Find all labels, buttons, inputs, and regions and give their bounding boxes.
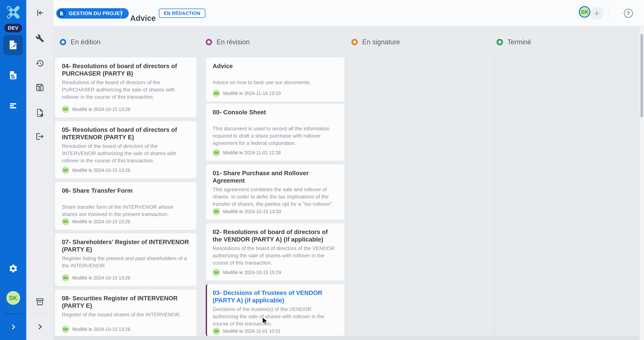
card-modified-label: Modifié le 2024-10-15 13:33 bbox=[223, 209, 281, 214]
status-circle-icon bbox=[352, 39, 358, 45]
card-title: 07- Shareholders' Register of INTERVENOR… bbox=[62, 238, 190, 255]
avatar: SK bbox=[62, 274, 69, 282]
kanban-board: En édition 04- Resolutions of board of d… bbox=[53, 26, 644, 340]
horizontal-scrollbar-track[interactable] bbox=[53, 336, 640, 340]
sidebar-divider bbox=[4, 314, 22, 314]
add-user-button[interactable]: + bbox=[590, 6, 604, 20]
kanban-card[interactable]: 08- Securities Register of INTERVENOR (P… bbox=[55, 290, 196, 338]
rail-expand-button[interactable] bbox=[26, 323, 53, 331]
kanban-card[interactable]: 06- Share Transfer FormShare transfer fo… bbox=[55, 182, 196, 230]
card-title: 00- Console Sheet bbox=[212, 109, 338, 125]
column-termine: Terminé bbox=[496, 26, 635, 340]
card-title: 06- Share Transfer Form bbox=[62, 187, 190, 203]
document-edit-icon bbox=[8, 39, 18, 51]
kanban-card[interactable]: 02- Resolutions of board of directors of… bbox=[206, 223, 344, 281]
kanban-card[interactable]: 07- Shareholders' Register of INTERVENOR… bbox=[55, 233, 196, 286]
avatar: SK bbox=[62, 166, 69, 174]
history-icon bbox=[36, 59, 44, 68]
card-modified-label: Modifié le 2024-10-15 13:26 bbox=[72, 327, 130, 332]
sidebar-item-documents-edit[interactable] bbox=[3, 35, 23, 55]
card-footer: SKModifié le 2024-10-15 13:26 bbox=[62, 326, 190, 333]
kanban-card[interactable]: 01- Share Purchase and Rollover Agreemen… bbox=[206, 164, 344, 220]
card-title: 01- Share Purchase and Rollover Agreemen… bbox=[212, 169, 338, 186]
status-circle-icon bbox=[206, 39, 212, 45]
card-footer: SKModifié le 2024-10-15 13:26 bbox=[62, 218, 190, 225]
chevron-right-icon bbox=[10, 324, 16, 331]
mouse-cursor-icon bbox=[262, 317, 269, 326]
project-badge-label: GESTION DU PROJET bbox=[69, 10, 123, 16]
cards-list bbox=[496, 57, 635, 340]
column-header: En édition bbox=[60, 38, 100, 46]
project-badge[interactable]: GESTION DU PROJET bbox=[56, 8, 129, 19]
vertical-scrollbar-track[interactable] bbox=[640, 26, 644, 340]
document-report-icon bbox=[36, 109, 44, 118]
card-footer: SKModifié le 2024-10-15 13:26 bbox=[62, 274, 190, 282]
card-modified-label: Modifié le 2024-10-15 13:26 bbox=[72, 107, 130, 112]
column-en-revision: En révision AdviceAdvice on how to best … bbox=[206, 26, 344, 340]
user-avatar[interactable]: SK bbox=[579, 6, 590, 18]
env-badge: DEV bbox=[4, 24, 22, 32]
column-divider bbox=[494, 55, 494, 336]
save-button[interactable] bbox=[26, 83, 53, 92]
sidebar-user-avatar[interactable]: SK bbox=[6, 291, 20, 305]
save-icon bbox=[36, 83, 44, 92]
card-modified-label: Modifié le 2024-10-15 15:29 bbox=[223, 270, 281, 275]
card-modified-label: Modifié le 2024-11-01 12:28 bbox=[223, 150, 281, 155]
gear-icon bbox=[8, 264, 18, 274]
column-en-signature: En signature bbox=[352, 26, 490, 340]
help-button[interactable]: ? bbox=[624, 9, 633, 18]
project-edit-icon bbox=[58, 9, 66, 17]
kanban-card[interactable]: 00- Console SheetThis document is used t… bbox=[206, 103, 344, 161]
sidebar-item-settings[interactable] bbox=[0, 264, 26, 274]
column-en-edition: En édition 04- Resolutions of board of d… bbox=[55, 26, 196, 340]
card-footer: SKModifié le 2024-11-01 10:01 bbox=[212, 328, 338, 335]
vertical-scrollbar-thumb[interactable] bbox=[640, 34, 643, 117]
card-modified-label: Modifié le 2024-10-15 13:26 bbox=[72, 168, 130, 173]
card-description: Register of the issued shares of the INT… bbox=[62, 311, 190, 318]
kanban-card[interactable]: 04- Resolutions of board of directors of… bbox=[55, 57, 196, 118]
card-modified-label: Modifié le 2024-11-14 13:10 bbox=[223, 91, 281, 96]
card-modified-label: Modifié le 2024-11-01 10:01 bbox=[223, 329, 281, 334]
column-header: En signature bbox=[352, 38, 400, 46]
card-footer: SKModifié le 2024-10-15 13:33 bbox=[212, 208, 338, 215]
card-title: 05- Resolutions of board of directors of… bbox=[62, 126, 190, 142]
sidebar-expand-button[interactable] bbox=[0, 324, 26, 331]
cards-list: 04- Resolutions of board of directors of… bbox=[55, 57, 196, 340]
status-circle-icon bbox=[60, 39, 66, 45]
kanban-card[interactable]: 05- Resolutions of board of directors of… bbox=[55, 121, 196, 179]
column-label: En édition bbox=[70, 38, 100, 46]
avatar: SK bbox=[62, 106, 69, 113]
column-label: En signature bbox=[362, 38, 400, 46]
sidebar-item-documents[interactable] bbox=[0, 70, 26, 81]
card-description: Advice on how to best use our documents. bbox=[212, 79, 338, 86]
top-bar: GESTION DU PROJET Advice EN RÉDACTION SK… bbox=[53, 0, 644, 27]
help-icon: ? bbox=[627, 10, 630, 16]
card-description: Resolutions of the board of directors of… bbox=[62, 79, 190, 101]
menu-lines-icon bbox=[9, 101, 18, 111]
card-footer: SKModifié le 2024-10-15 13:26 bbox=[62, 106, 190, 113]
tools-button[interactable] bbox=[26, 34, 53, 43]
sidebar-item-menu-lines[interactable] bbox=[0, 101, 26, 111]
tools-icon bbox=[36, 34, 44, 43]
card-footer: SKModifié le 2024-11-01 12:28 bbox=[212, 149, 338, 156]
avatar: SK bbox=[62, 326, 69, 333]
collapse-sidebar-button[interactable] bbox=[26, 9, 53, 17]
column-divider bbox=[347, 55, 347, 336]
brand-x-logo-icon bbox=[5, 4, 22, 21]
export-button[interactable] bbox=[26, 132, 53, 141]
card-title: 02- Resolutions of board of directors of… bbox=[212, 228, 338, 245]
card-footer: SKModifié le 2024-10-15 15:29 bbox=[212, 269, 338, 276]
header-divider bbox=[121, 9, 121, 18]
column-label: En révision bbox=[216, 38, 250, 46]
plus-icon: + bbox=[594, 8, 599, 18]
kanban-card[interactable]: AdviceAdvice on how to best use our docu… bbox=[206, 57, 344, 102]
status-badge: EN RÉDACTION bbox=[159, 8, 205, 18]
history-button[interactable] bbox=[26, 59, 53, 68]
collapse-sidebar-icon bbox=[36, 9, 44, 17]
archive-button[interactable] bbox=[26, 297, 53, 307]
card-title: 04- Resolutions of board of directors of… bbox=[62, 62, 190, 79]
card-title: 03- Decisions of Trustees of VENDOR (PAR… bbox=[212, 289, 338, 306]
kanban-card[interactable]: 03- Decisions of Trustees of VENDOR (PAR… bbox=[206, 284, 344, 336]
card-title: Advice bbox=[212, 62, 338, 79]
document-report-button[interactable] bbox=[26, 109, 53, 118]
